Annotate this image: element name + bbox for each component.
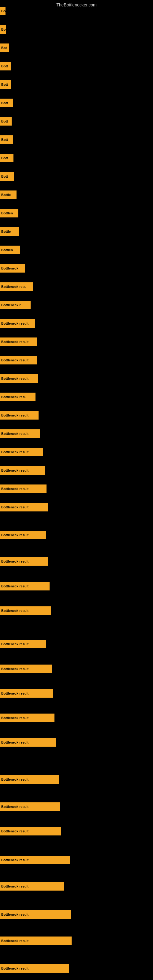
bar-label: Bottleneck result xyxy=(1,487,29,491)
bar-item: Bottleneck result xyxy=(0,531,46,539)
bar-fill: Bott xyxy=(0,80,11,89)
bar-label: Bottleneck result xyxy=(1,913,29,916)
bar-item: Bottlen xyxy=(0,246,20,254)
bar-item: Bottleneck result xyxy=(0,448,43,456)
bar-fill: Bo xyxy=(0,7,5,15)
bar-label: Bottleneck result xyxy=(1,858,29,862)
bar-label: Bottleneck resu xyxy=(1,395,27,399)
bar-fill: Bottleneck result xyxy=(0,531,46,539)
bar-fill: Bottleneck resu xyxy=(0,282,33,291)
bar-item: Bottleneck result xyxy=(0,337,37,346)
bar-item: Bottleneck result xyxy=(0,582,49,590)
bar-item: Bottleneck result xyxy=(0,665,52,673)
bar-fill: Bott xyxy=(0,154,13,162)
bar-label: Bottleneck result xyxy=(1,805,29,808)
bar-item: Bott xyxy=(0,62,11,70)
bar-fill: Bottleneck result xyxy=(0,937,72,945)
bar-label: Bottle xyxy=(1,193,11,197)
bar-fill: Bottle xyxy=(0,191,16,199)
bar-item: Bottleneck result xyxy=(0,430,40,438)
bar-fill: Bottleneck result xyxy=(0,714,54,722)
bar-fill: Bott xyxy=(0,135,13,144)
bar-item: Bottleneck result xyxy=(0,356,37,364)
bar-fill: Bottleneck r xyxy=(0,301,30,309)
bar-fill: Bottleneck result xyxy=(0,557,48,566)
bar-item: Bottleneck result xyxy=(0,319,35,328)
bar-fill: Bottleneck result xyxy=(0,689,53,698)
bar-label: Bo xyxy=(1,9,5,13)
bar-fill: Bottleneck result xyxy=(0,503,48,511)
bar-label: Bott xyxy=(1,101,8,105)
bar-label: Bot xyxy=(1,46,7,49)
bar-fill: Bottleneck result xyxy=(0,738,56,747)
bar-fill: Bo xyxy=(0,25,6,34)
bar-label: Bottleneck result xyxy=(1,885,29,888)
bar-label: Bottleneck result xyxy=(1,829,29,833)
bar-label: Bottleneck resu xyxy=(1,285,27,288)
bar-label: Bottleneck result xyxy=(1,505,29,509)
bar-fill: Bottleneck result xyxy=(0,411,38,420)
bar-label: Bottleneck r xyxy=(1,303,21,307)
bar-item: Bottleneck result xyxy=(0,485,46,493)
bar-label: Bottleneck result xyxy=(1,584,29,588)
bar-item: Bott xyxy=(0,135,13,144)
bar-fill: Bott xyxy=(0,62,11,70)
bar-fill: Bottleneck result xyxy=(0,827,61,835)
bar-fill: Bottleneck result xyxy=(0,356,37,364)
bar-label: Bottleneck result xyxy=(1,667,29,671)
bar-item: Bott xyxy=(0,99,13,107)
bar-label: Bo xyxy=(1,27,6,31)
bar-fill: Bottleneck result xyxy=(0,775,59,784)
bar-fill: Bottleneck result xyxy=(0,337,37,346)
bar-item: Bottleneck result xyxy=(0,557,48,566)
bar-item: Bott xyxy=(0,154,13,162)
bar-label: Bottlen xyxy=(1,248,13,252)
bar-label: Bottleneck result xyxy=(1,642,29,646)
bar-label: Bottleneck result xyxy=(1,692,29,695)
bar-item: Bott xyxy=(0,172,14,181)
bar-item: Bot xyxy=(0,43,9,52)
bar-item: Bottleneck result xyxy=(0,910,71,919)
bar-item: Bottleneck xyxy=(0,264,25,272)
bar-fill: Bot xyxy=(0,43,9,52)
bar-label: Bottleneck result xyxy=(1,358,29,362)
bar-label: Bottleneck result xyxy=(1,533,29,537)
bar-fill: Bottleneck xyxy=(0,264,25,272)
bar-label: Bottleneck result xyxy=(1,609,29,612)
bar-label: Bottleneck result xyxy=(1,340,29,344)
bar-fill: Bottleneck result xyxy=(0,910,71,919)
bar-fill: Bottleneck result xyxy=(0,430,40,438)
bar-item: Bottleneck result xyxy=(0,640,46,648)
bar-label: Bottleneck result xyxy=(1,740,29,744)
bar-fill: Bottleneck resu xyxy=(0,393,35,401)
bar-label: Bottle xyxy=(1,230,11,233)
bar-fill: Bottleneck result xyxy=(0,665,52,673)
bar-item: Bottleneck result xyxy=(0,937,72,945)
bar-fill: Bottlen xyxy=(0,209,18,218)
bar-item: Bottleneck result xyxy=(0,689,53,698)
bar-item: Bottleneck result xyxy=(0,606,51,615)
bar-item: Bottle xyxy=(0,191,16,199)
bar-label: Bott xyxy=(1,175,8,178)
bar-item: Bottleneck resu xyxy=(0,282,33,291)
bar-item: Bottleneck result xyxy=(0,964,69,973)
bar-fill: Bottleneck result xyxy=(0,802,60,811)
bar-item: Bott xyxy=(0,117,12,126)
bar-item: Bottleneck result xyxy=(0,775,59,784)
bar-label: Bott xyxy=(1,138,8,142)
bar-fill: Bottleneck result xyxy=(0,964,69,973)
bar-label: Bottleneck result xyxy=(1,469,29,472)
bar-fill: Bottleneck result xyxy=(0,485,46,493)
bar-label: Bottleneck result xyxy=(1,778,29,781)
bar-fill: Bottle xyxy=(0,227,19,236)
bar-label: Bottleneck result xyxy=(1,967,29,970)
bar-fill: Bottleneck result xyxy=(0,582,49,590)
bar-fill: Bott xyxy=(0,99,13,107)
bar-item: Bottleneck result xyxy=(0,856,70,864)
bar-label: Bottlen xyxy=(1,211,13,215)
bar-item: Bottleneck result xyxy=(0,411,38,420)
bar-label: Bottleneck result xyxy=(1,450,29,454)
bar-item: Bottleneck r xyxy=(0,301,30,309)
bar-item: Bottle xyxy=(0,227,19,236)
bar-item: Bo xyxy=(0,25,6,34)
